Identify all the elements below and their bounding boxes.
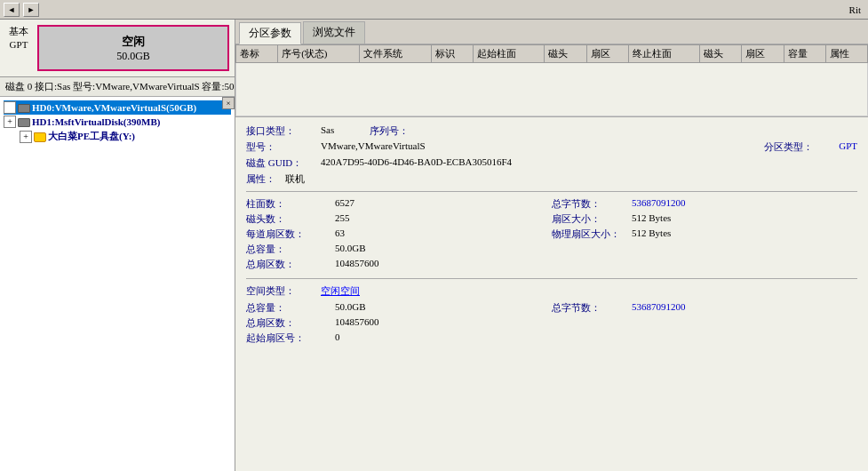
col-end-head: 磁头 [700, 45, 742, 63]
expand-hd0[interactable]: + [4, 101, 16, 114]
expand-dabaicai[interactable]: + [20, 131, 32, 143]
partition-type-row: 分区类型： GPT [764, 140, 857, 154]
sectors-per-track-row: 每道扇区数： 63 [246, 228, 552, 241]
tree-item-hd1[interactable]: + HD1:MsftVirtualDisk(390MB) [4, 115, 231, 129]
disk-icon-hd0 [18, 104, 30, 113]
total-sectors2-value: 104857600 [335, 316, 379, 330]
sector-size-label: 扇区大小： [552, 212, 623, 226]
col-end-cyl: 终止柱面 [628, 45, 700, 63]
total-sectors2-row: 总扇区数： 104857600 [246, 316, 552, 330]
model-row: 型号： VMware,VMwareVirtualS [246, 140, 426, 154]
label-dabaicai: 大白菜PE工具盘(Y:) [48, 130, 135, 143]
total-capacity2-value: 50.0GB [335, 301, 366, 315]
heads-value: 255 [335, 212, 350, 226]
physical-sector-row: 物理扇区大小： 512 Bytes [552, 228, 857, 241]
interface-row: 接口类型： Sas [246, 124, 334, 138]
total-sectors2-label: 总扇区数： [246, 316, 317, 330]
col-id: 标识 [431, 45, 473, 63]
col-start-sector: 扇区 [586, 45, 628, 63]
rit-label: Rit [846, 3, 864, 17]
stats-grid: 柱面数： 6527 磁头数： 255 每道扇区数： 63 总容量： 50.0GB [246, 197, 857, 273]
expand-hd1[interactable]: + [4, 116, 16, 128]
nav-forward-button[interactable]: ► [23, 3, 39, 17]
cylinders-label: 柱面数： [246, 197, 317, 211]
total-capacity2-row: 总容量： 50.0GB [246, 301, 552, 315]
tabs: 分区参数 浏览文件 [235, 20, 868, 44]
interface-value: Sas [321, 124, 334, 138]
guid-row: 磁盘 GUID： 420A7D95-40D6-4D46-BA0D-ECBA305… [246, 156, 857, 170]
empty-row [236, 63, 868, 116]
total-capacity-row: 总容量： 50.0GB [246, 243, 552, 256]
sector-size-value: 512 Bytes [632, 212, 671, 226]
tree-close-button[interactable]: × [222, 97, 235, 109]
bottom-stats-left: 总容量： 50.0GB 总扇区数： 104857600 起始扇区号： 0 [246, 301, 552, 347]
interface-label: 接口类型： [246, 124, 317, 138]
basic-label: 基本 [5, 25, 32, 38]
basic-gpt-label: 基本 GPT [5, 25, 32, 52]
attr-row: 属性： 联机 [246, 172, 857, 186]
tree-item-hd0[interactable]: + HD0:VMware,VMwareVirtualS(50GB) [4, 100, 231, 115]
tree-area: × + HD0:VMware,VMwareVirtualS(50GB) + HD… [0, 97, 235, 471]
serial-label: 序列号： [370, 124, 441, 138]
attr-label: 属性： [246, 172, 282, 186]
tree-item-dabaicai[interactable]: + 大白菜PE工具盘(Y:) [4, 129, 231, 144]
total-bytes2-value: 53687091200 [632, 301, 686, 315]
col-filesystem: 文件系统 [359, 45, 431, 63]
start-sector-row: 起始扇区号： 0 [246, 331, 552, 345]
tab-partition-params[interactable]: 分区参数 [239, 22, 301, 44]
partition-type-value: GPT [839, 140, 857, 154]
sectors-per-track-label: 每道扇区数： [246, 228, 317, 241]
space-type-value[interactable]: 空闲空间 [321, 284, 360, 298]
total-capacity-value: 50.0GB [335, 243, 366, 256]
guid-value: 420A7D95-40D6-4D46-BA0D-ECBA305016F4 [321, 156, 512, 170]
separator1 [246, 191, 857, 192]
total-capacity2-label: 总容量： [246, 301, 317, 315]
total-sectors-value: 104857600 [335, 258, 379, 271]
disk-icon-hd1 [18, 118, 30, 127]
folder-icon-dabaicai [34, 132, 46, 142]
start-sector-label: 起始扇区号： [246, 331, 317, 345]
total-bytes-label: 总字节数： [552, 197, 623, 211]
right-content: 分区参数 浏览文件 卷标 序号(状态) 文件系统 标识 起始柱面 磁头 扇区 终… [235, 20, 868, 471]
total-sectors-label: 总扇区数： [246, 258, 317, 271]
sector-size-row: 扇区大小： 512 Bytes [552, 212, 857, 226]
partition-table: 卷标 序号(状态) 文件系统 标识 起始柱面 磁头 扇区 终止柱面 磁头 扇区 … [235, 44, 868, 116]
total-bytes-row: 总字节数： 53687091200 [552, 197, 857, 211]
main-layout: 基本 GPT 空闲 50.0GB 磁盘 0 接口:Sas 型号:VMware,V… [0, 20, 868, 471]
col-seq-status: 序号(状态) [278, 45, 360, 63]
total-bytes2-label: 总字节数： [552, 301, 623, 315]
physical-sector-label: 物理扇区大小： [552, 228, 623, 241]
col-end-sector: 扇区 [742, 45, 784, 63]
col-start-head: 磁头 [545, 45, 586, 63]
attr-value: 联机 [285, 172, 305, 186]
disk-bar-label: 空闲 [122, 34, 145, 50]
disk-info-line: 磁盘 0 接口:Sas 型号:VMware,VMwareVirtualS 容量:… [0, 77, 235, 97]
stats-left: 柱面数： 6527 磁头数： 255 每道扇区数： 63 总容量： 50.0GB [246, 197, 552, 273]
col-start-cyl: 起始柱面 [473, 45, 545, 63]
disk-visual: 基本 GPT 空闲 50.0GB [0, 20, 235, 77]
nav-back-button[interactable]: ◄ [4, 3, 20, 17]
col-attr: 属性 [825, 45, 867, 63]
guid-label: 磁盘 GUID： [246, 156, 317, 170]
sectors-per-track-value: 63 [335, 228, 345, 241]
space-type-label: 空间类型： [246, 284, 317, 298]
space-type-row: 空间类型： 空闲空间 [246, 284, 857, 298]
total-bytes-value: 53687091200 [632, 197, 686, 211]
stats-right: 总字节数： 53687091200 扇区大小： 512 Bytes 物理扇区大小… [552, 197, 857, 273]
label-hd1: HD1:MsftVirtualDisk(390MB) [32, 116, 160, 127]
sidebar: 基本 GPT 空闲 50.0GB 磁盘 0 接口:Sas 型号:VMware,V… [0, 20, 235, 471]
model-value: VMware,VMwareVirtualS [321, 140, 426, 154]
top-bar: ◄ ► Rit [0, 0, 868, 20]
serial-row: 序列号： [370, 124, 444, 138]
disk-bar: 空闲 50.0GB [37, 25, 229, 71]
bottom-stats-grid: 总容量： 50.0GB 总扇区数： 104857600 起始扇区号： 0 总字节… [246, 301, 857, 347]
label-hd0: HD0:VMware,VMwareVirtualS(50GB) [32, 102, 196, 113]
tab-browse-files[interactable]: 浏览文件 [303, 21, 365, 44]
heads-row: 磁头数： 255 [246, 212, 552, 226]
gpt-label: GPT [5, 38, 32, 52]
separator2 [246, 278, 857, 279]
partition-table-scroll: 卷标 序号(状态) 文件系统 标识 起始柱面 磁头 扇区 终止柱面 磁头 扇区 … [235, 44, 868, 117]
cylinders-value: 6527 [335, 197, 354, 211]
col-capacity: 容量 [784, 45, 825, 63]
total-capacity-label: 总容量： [246, 243, 317, 256]
